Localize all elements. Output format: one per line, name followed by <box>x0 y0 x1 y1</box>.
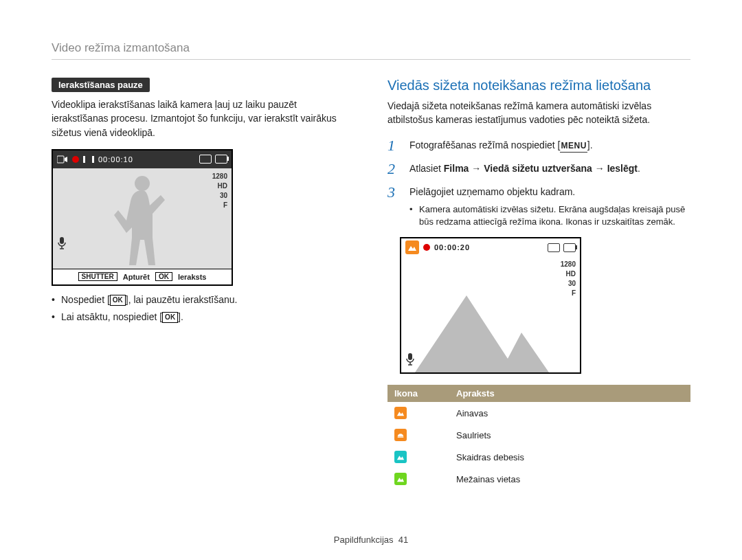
txt-bold: Viedā sižetu uztveršana <box>484 163 592 174</box>
storage-icon <box>548 243 560 252</box>
title-rule <box>52 59 690 60</box>
record-label: Ieraksts <box>178 273 207 281</box>
ok-key-inline: OK <box>162 312 178 323</box>
camera-bottom-bar: SHUTTER Apturēt OK Ieraksts <box>53 269 232 284</box>
ok-key-inline: OK <box>110 295 126 306</box>
table-row: Skaidras debesis <box>387 446 690 468</box>
battery-icon <box>563 243 576 252</box>
cell-desc: Skaidras debesis <box>449 446 690 468</box>
step-1: 1 Fotografēšanas režīmā nospiediet [MENU… <box>387 138 690 153</box>
camera-screenshot-scene: 00:00:20 1280 HD 30 F <box>400 237 581 374</box>
pause-icon <box>83 156 94 163</box>
pause-bullet-list: Nospediet [OK], lai pauzētu ierakstīšanu… <box>52 293 355 324</box>
table-row: Ainavas <box>387 402 690 424</box>
scene-icon-table: Ikona Apraksts Ainavas Saulriets <box>387 385 690 490</box>
left-column: Ierakstīšanas pauze Videoklipa ierakstīš… <box>52 78 355 490</box>
pause-heading-pill: Ierakstīšanas pauze <box>52 78 150 92</box>
step-number: 1 <box>387 138 400 153</box>
txt-bold: Filma <box>444 163 469 174</box>
txt: Nospediet [ <box>61 294 110 305</box>
mic-icon <box>57 237 67 252</box>
table-row: Saulriets <box>387 424 690 446</box>
camera-top-bar: 00:00:20 <box>401 238 580 256</box>
video-mode-icon <box>57 155 68 164</box>
cell-desc: Ainavas <box>449 402 690 424</box>
person-silhouette-icon <box>111 172 173 269</box>
txt: ]. <box>178 311 183 322</box>
rec-time: 00:00:10 <box>98 155 133 164</box>
res-label: 1280 <box>561 260 576 268</box>
hd-label: HD <box>566 270 576 278</box>
record-dot-icon <box>72 156 79 163</box>
shutter-key-label: SHUTTER <box>78 272 117 281</box>
list-item: Nospediet [OK], lai pauzētu ierakstīšanu… <box>52 293 355 307</box>
arrow-icon: → <box>595 163 605 174</box>
arrow-icon: → <box>471 163 481 174</box>
forest-scene-icon <box>394 473 407 485</box>
cell-desc: Saulriets <box>449 424 690 446</box>
step-3: 3 Pielāgojiet uzņemamo objektu kadram. K… <box>387 185 690 229</box>
camera-top-bar: 00:00:10 <box>53 150 232 168</box>
txt: Lai atsāktu, nospiediet [ <box>61 311 162 322</box>
txt-bold: Ieslēgt <box>607 163 638 174</box>
section-heading: Viedās sižeta noteikšanas režīma lietoša… <box>387 78 690 93</box>
step-number: 3 <box>387 185 400 200</box>
table-row: Mežainas vietas <box>387 468 690 490</box>
fps-label: 30 <box>220 192 227 199</box>
page-footer: Papildfunkcijas 41 <box>0 535 742 545</box>
record-dot-icon <box>423 244 430 251</box>
camera-screenshot-pause: 00:00:10 1280 HD 30 F <box>52 149 233 286</box>
storage-icon <box>199 155 212 164</box>
ok-key-label: OK <box>155 272 172 281</box>
sunset-scene-icon <box>394 429 407 441</box>
svg-point-4 <box>135 176 150 191</box>
footer-section: Papildfunkcijas <box>334 535 394 545</box>
clearsky-scene-icon <box>394 451 407 463</box>
section-body: Viedajā sižeta noteikšanas režīmā kamera… <box>387 99 690 127</box>
th-icon: Ikona <box>387 385 449 402</box>
stop-label: Apturēt <box>123 273 150 281</box>
txt: ]. <box>587 139 593 150</box>
step-number: 2 <box>387 161 400 177</box>
f-label: F <box>223 201 227 209</box>
menu-key-label: MENU <box>560 139 587 153</box>
side-labels: 1280 HD 30 F <box>212 172 227 209</box>
txt: Fotografēšanas režīmā nospiediet [ <box>409 139 560 150</box>
landscape-scene-icon <box>405 240 419 254</box>
battery-icon <box>215 155 227 164</box>
txt: Atlasiet <box>409 163 444 174</box>
svg-rect-1 <box>60 237 64 244</box>
th-desc: Apraksts <box>449 385 690 402</box>
list-item: Lai atsāktu, nospiediet [OK]. <box>52 310 355 324</box>
cell-desc: Mežainas vietas <box>449 468 690 490</box>
svg-rect-0 <box>57 156 64 163</box>
txt: . <box>638 163 640 174</box>
mountain-graphic <box>401 283 577 372</box>
hd-label: HD <box>218 182 227 190</box>
txt: ], lai pauzētu ierakstīšanu. <box>126 294 238 305</box>
page-title: Video režīma izmantošana <box>52 41 690 55</box>
landscape-scene-icon <box>394 407 407 419</box>
pause-body-text: Videoklipa ierakstīšanas laikā kamera ļa… <box>52 98 355 139</box>
txt: Pielāgojiet uzņemamo objektu kadram. <box>409 186 575 197</box>
rec-time: 00:00:20 <box>434 243 470 251</box>
footer-page-number: 41 <box>398 535 408 545</box>
list-item: Kamera automātiski izvēlas sižetu. Ekrān… <box>409 203 690 229</box>
right-column: Viedās sižeta noteikšanas režīma lietoša… <box>387 78 690 490</box>
res-label: 1280 <box>212 172 227 180</box>
step-2: 2 Atlasiet Filma → Viedā sižetu uztverša… <box>387 161 690 177</box>
